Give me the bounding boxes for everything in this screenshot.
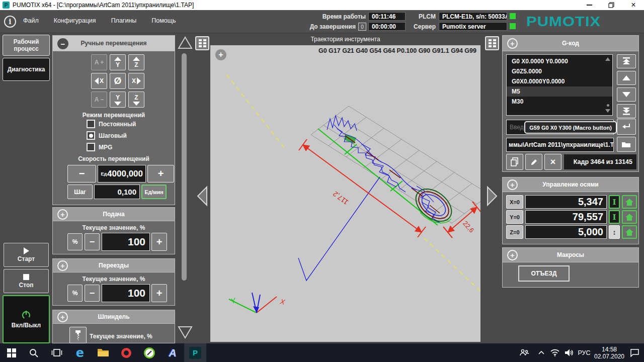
rapids-percent-button[interactable]: % xyxy=(67,285,83,302)
search-button[interactable] xyxy=(26,343,41,362)
gcode-line[interactable]: M30 xyxy=(507,97,612,107)
start-button[interactable]: Старт xyxy=(4,243,49,267)
tab-work-process[interactable]: Рабочий процесс xyxy=(3,35,50,56)
axis-z-limit-button[interactable]: ↕ xyxy=(609,225,620,239)
jog-x-minus-button[interactable]: X xyxy=(91,73,107,89)
gcode-line-selected[interactable]: M5 xyxy=(507,86,612,97)
macro-g59-button[interactable]: G59 G0 X0 Y300 (Macro button) xyxy=(524,121,617,134)
tray-chevron-button[interactable] xyxy=(535,343,547,362)
execute-mdi-button[interactable] xyxy=(617,119,636,135)
minimize-button[interactable] xyxy=(579,0,600,10)
toolpath-canvas[interactable]: G0 G17 G21 G40 G54 G64 P0.100 G90 G91.1 … xyxy=(210,45,480,342)
power-button[interactable]: Вкл/Выкл xyxy=(3,295,50,343)
expand-section-button[interactable]: + xyxy=(507,250,518,260)
jog-y-up-button[interactable]: Y xyxy=(110,54,126,70)
axis-z-value[interactable]: 5,000 xyxy=(525,225,607,239)
gcode-line[interactable]: G0 X0.0000 Y0.0000 xyxy=(507,56,612,66)
left-panel-scrollbar[interactable] xyxy=(182,53,187,281)
tray-volume-button[interactable] xyxy=(562,343,576,362)
step-button[interactable]: Шаг xyxy=(67,185,93,199)
line-down-button[interactable] xyxy=(617,87,636,102)
taskbar-explorer-button[interactable] xyxy=(96,343,111,362)
feed-minus-button[interactable]: − xyxy=(85,233,100,250)
zero-x-button[interactable]: X=0 xyxy=(506,195,523,209)
info-icon[interactable]: i xyxy=(4,16,16,28)
step-value-field[interactable]: 0,100 xyxy=(94,185,140,199)
collapse-section-button[interactable]: − xyxy=(57,38,68,49)
axis-y-limit-button[interactable]: I xyxy=(609,210,620,224)
expand-section-button[interactable]: + xyxy=(507,179,518,190)
open-file-button[interactable] xyxy=(617,137,636,152)
edit-button[interactable] xyxy=(525,154,542,170)
expand-section-button[interactable]: + xyxy=(57,209,68,220)
line-up-button[interactable] xyxy=(617,71,636,85)
tray-language-button[interactable]: РУС xyxy=(576,343,593,362)
jog-z-up-button[interactable]: Z xyxy=(128,54,144,70)
maximize-button[interactable] xyxy=(601,0,622,10)
speed-minus-button[interactable]: − xyxy=(67,165,96,183)
jog-a-plus-button[interactable]: A + xyxy=(91,54,107,70)
taskbar-artcam-button[interactable]: A xyxy=(165,343,180,362)
mode-step-checkbox[interactable] xyxy=(87,131,95,140)
eject-macro-button[interactable]: ОТЪЕЗД xyxy=(518,265,570,282)
home-z-button[interactable] xyxy=(622,225,637,239)
close-button[interactable]: × xyxy=(623,0,644,10)
taskbar-edge-button[interactable]: e xyxy=(72,343,88,362)
start-button[interactable] xyxy=(4,343,19,362)
rapids-value-field[interactable]: 100 xyxy=(102,284,150,302)
rapids-minus-button[interactable]: − xyxy=(85,285,100,302)
remaining-badge[interactable]: 0 xyxy=(358,23,366,31)
gcode-line[interactable]: G0Z5.0000 xyxy=(507,66,612,76)
jog-x-plus-button[interactable]: X xyxy=(128,73,144,89)
speed-plus-button[interactable]: + xyxy=(147,165,174,183)
tray-clock-button[interactable]: 14:58 02.07.2020 xyxy=(594,346,625,360)
feed-value-field[interactable]: 100 xyxy=(102,233,150,251)
gcode-list-scrollbar[interactable] xyxy=(605,56,611,114)
units-per-min-button[interactable]: Ед/мин xyxy=(141,185,167,199)
task-view-button[interactable] xyxy=(49,343,64,362)
scroll-up-button[interactable] xyxy=(177,35,193,50)
zero-y-button[interactable]: Y=0 xyxy=(506,210,523,224)
menu-item-plugins[interactable]: Плагины xyxy=(111,17,137,24)
scroll-down-button[interactable] xyxy=(177,325,193,340)
jog-y-down-button[interactable]: Y xyxy=(110,92,126,108)
mode-constant-checkbox[interactable] xyxy=(87,120,95,128)
axis-x-value[interactable]: 5,347 xyxy=(525,195,607,209)
jog-z-down-button[interactable]: Z xyxy=(128,92,144,108)
stop-button[interactable]: Стоп xyxy=(4,269,49,293)
zero-z-button[interactable]: Z=0 xyxy=(506,225,523,239)
spindle-icon-button[interactable] xyxy=(69,327,87,343)
tray-people-button[interactable] xyxy=(517,343,531,362)
expand-section-button[interactable]: + xyxy=(57,312,68,322)
gcode-list[interactable]: G0 X0.0000 Y0.0000 G0Z5.0000 G0X0.0000Y0… xyxy=(506,54,613,116)
feed-percent-button[interactable]: % xyxy=(67,233,83,250)
home-y-button[interactable] xyxy=(622,210,637,224)
menu-item-help[interactable]: Помощь xyxy=(151,17,176,24)
expand-section-button[interactable]: + xyxy=(507,38,518,49)
copy-button[interactable] xyxy=(506,154,523,170)
mode-mpg-checkbox[interactable] xyxy=(87,143,95,151)
speed-value-field[interactable]: Ед 4000,000 xyxy=(98,165,146,183)
goto-first-line-button[interactable] xyxy=(617,54,636,68)
rapids-plus-button[interactable]: + xyxy=(151,284,167,302)
taskbar-opera-button[interactable] xyxy=(119,343,134,362)
home-x-button[interactable] xyxy=(622,195,637,209)
menu-item-file[interactable]: Файл xyxy=(23,17,39,24)
jog-a-minus-button[interactable]: A − xyxy=(91,92,107,108)
tray-wifi-button[interactable] xyxy=(548,343,561,362)
close-file-button[interactable]: × xyxy=(544,154,561,170)
action-center-button[interactable] xyxy=(627,343,642,362)
goto-last-line-button[interactable] xyxy=(617,104,636,118)
tab-diagnostics[interactable]: Диагностика xyxy=(3,58,50,81)
expand-section-button[interactable]: + xyxy=(57,260,68,271)
gcode-line[interactable]: G0X0.0000Y0.0000 xyxy=(507,76,612,86)
taskbar-green-app-button[interactable] xyxy=(142,343,157,362)
layout-grid-button-left[interactable] xyxy=(195,36,209,50)
feed-plus-button[interactable]: + xyxy=(151,233,167,251)
collapse-left-panel-button[interactable] xyxy=(194,184,210,208)
layout-grid-button-right[interactable] xyxy=(485,36,499,50)
axis-x-limit-button[interactable]: I xyxy=(609,195,620,209)
menu-item-config[interactable]: Конфигурация xyxy=(54,17,96,24)
taskbar-pumotix-button[interactable]: P xyxy=(184,343,206,362)
jog-stop-button[interactable]: Ø xyxy=(110,73,126,89)
